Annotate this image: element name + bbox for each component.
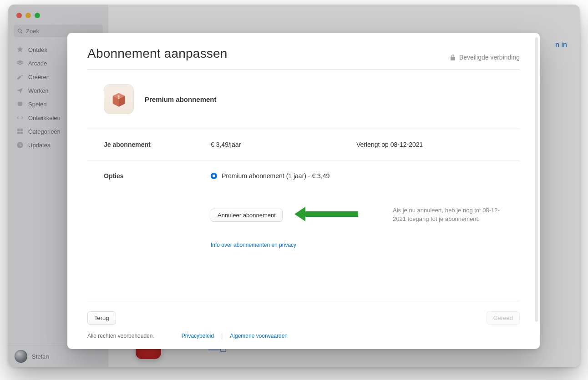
annotation-arrow-icon bbox=[294, 205, 358, 225]
privacy-policy-link[interactable]: Privacybeleid bbox=[182, 333, 214, 339]
radio-selected-icon[interactable] bbox=[211, 173, 217, 179]
terms-link[interactable]: Algemene voorwaarden bbox=[230, 333, 288, 339]
plan-option-row[interactable]: Premium abonnement (1 jaar) - € 3,49 bbox=[211, 172, 503, 180]
cancel-subscription-button[interactable]: Annuleer abonnement bbox=[211, 209, 283, 222]
your-subscription-label: Je abonnement bbox=[104, 141, 211, 148]
edit-subscription-sheet: Abonnement aanpassen Beveiligde verbindi… bbox=[67, 33, 540, 349]
subscription-renewal: Verlengt op 08-12-2021 bbox=[356, 141, 503, 148]
scrollbar[interactable] bbox=[535, 37, 538, 322]
secure-connection-indicator: Beveiligde verbinding bbox=[450, 54, 520, 61]
subscription-privacy-info-link[interactable]: Info over abonnementen en privacy bbox=[211, 242, 296, 248]
sheet-title: Abonnement aanpassen bbox=[87, 46, 228, 61]
subscription-price: € 3,49/jaar bbox=[211, 141, 356, 148]
lock-icon bbox=[450, 54, 456, 60]
back-button[interactable]: Terug bbox=[87, 311, 116, 325]
rights-reserved-text: Alle rechten voorbehouden. bbox=[87, 333, 154, 339]
subscription-app-icon bbox=[104, 84, 134, 114]
plan-option-label: Premium abonnement (1 jaar) - € 3,49 bbox=[222, 172, 329, 180]
options-label: Opties bbox=[104, 172, 211, 180]
cancel-note: Als je nu annuleert, heb je nog tot 08-1… bbox=[393, 206, 503, 224]
subscription-product-name: Premium abonnement bbox=[145, 95, 217, 103]
done-button: Gereed bbox=[487, 311, 520, 325]
